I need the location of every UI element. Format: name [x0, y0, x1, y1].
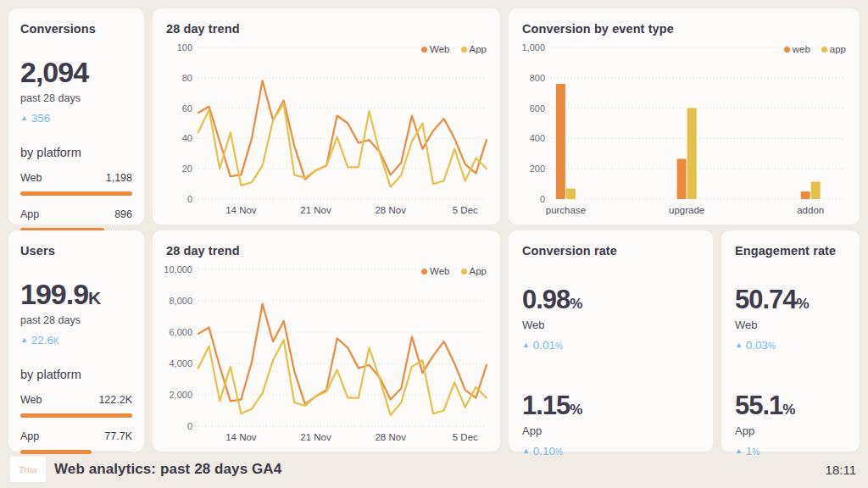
conversion-rate-web: 0.98% Web ▲ 0.01% [522, 286, 699, 352]
rate-delta: ▲ 0.01% [522, 339, 699, 352]
svg-text:200: 200 [530, 164, 545, 174]
conversion-rate-card: Conversion rate 0.98% Web ▲ 0.01% 1.15% … [509, 230, 713, 452]
event-type-bar-chart: 02004006008001,000purchaseupgradeaddon [517, 41, 851, 219]
svg-text:60: 60 [182, 103, 192, 114]
platform-bar-web [20, 191, 132, 196]
rate-label: Web [735, 319, 846, 331]
platform-row-app: App 77.7K [20, 430, 132, 442]
svg-text:0: 0 [187, 194, 192, 204]
users-total: 199.9K [20, 280, 132, 308]
rate-label: App [522, 424, 699, 437]
svg-text:0: 0 [540, 194, 545, 204]
platform-label: Web [20, 172, 42, 184]
svg-text:8,000: 8,000 [169, 296, 192, 306]
rate-label: App [735, 424, 846, 437]
svg-text:10,000: 10,000 [164, 264, 192, 274]
svg-text:4,000: 4,000 [169, 358, 192, 369]
platform-bar-web [20, 413, 132, 418]
period-label: past 28 days [20, 314, 132, 326]
increase-arrow-icon: ▲ [20, 114, 28, 122]
footer-bar: Triss Web analytics: past 28 days GA4 18… [0, 451, 868, 488]
users-trend-chart: 02,0004,0006,0008,00010,00014 Nov21 Nov2… [161, 263, 492, 446]
platform-value: 77.7K [104, 430, 132, 442]
conversions-trend-card: 28 day trend Web App 02040608010014 Nov2… [153, 8, 500, 225]
svg-text:800: 800 [530, 73, 545, 83]
conversions-trend-chart: 02040608010014 Nov21 Nov28 Nov5 Dec [161, 41, 492, 219]
svg-text:80: 80 [182, 73, 192, 83]
increase-arrow-icon: ▲ [735, 341, 743, 349]
platform-value: 122.2K [98, 394, 132, 406]
rate-value: 0.98% [522, 286, 699, 313]
conversion-by-event-type-card: Conversion by event type web app 0200400… [509, 8, 860, 225]
svg-text:0: 0 [187, 421, 192, 431]
svg-text:1,000: 1,000 [521, 42, 545, 53]
card-title: Conversions [20, 22, 132, 36]
rate-delta: ▲ 0.03% [735, 339, 846, 352]
svg-text:upgrade: upgrade [669, 205, 704, 215]
svg-text:purchase: purchase [546, 205, 586, 215]
card-title: Conversion by event type [522, 22, 846, 36]
clock-time: 18:11 [826, 463, 856, 477]
svg-text:14 Nov: 14 Nov [225, 432, 257, 442]
platform-value: 1,198 [106, 172, 132, 184]
engagement-rate-card: Engagement rate 50.74% Web ▲ 0.03% 55.1%… [721, 230, 860, 452]
users-trend-card: 28 day trend Web App 02,0004,0006,0008,0… [153, 230, 500, 452]
platform-row-web: Web 1,198 [20, 172, 132, 184]
conversion-rate-app: 1.15% App ▲ 0.10% [522, 392, 699, 458]
svg-text:2,000: 2,000 [169, 390, 192, 400]
card-title: Conversion rate [522, 244, 699, 258]
platform-row-app: App 896 [20, 208, 132, 220]
svg-text:600: 600 [530, 103, 545, 114]
platform-label: App [20, 208, 39, 220]
svg-text:40: 40 [182, 133, 192, 143]
svg-text:5 Dec: 5 Dec [453, 205, 478, 215]
svg-text:6,000: 6,000 [169, 327, 192, 337]
card-title: 28 day trend [166, 22, 487, 36]
platform-row-web: Web 122.2K [20, 394, 132, 406]
users-delta: ▲ 22.6K [20, 334, 132, 347]
card-title: Users [20, 244, 132, 258]
increase-arrow-icon: ▲ [522, 341, 530, 349]
by-platform-label: by platform [20, 146, 132, 159]
conversions-total: 2,094 [20, 58, 132, 86]
card-title: 28 day trend [166, 244, 487, 258]
svg-text:21 Nov: 21 Nov [300, 205, 331, 215]
engagement-rate-web: 50.74% Web ▲ 0.03% [735, 286, 846, 352]
svg-text:400: 400 [530, 133, 545, 143]
svg-text:100: 100 [177, 42, 192, 53]
platform-label: App [20, 430, 39, 442]
dashboard-title: Web analytics: past 28 days GA4 [54, 461, 281, 478]
platform-value: 896 [114, 208, 132, 220]
increase-arrow-icon: ▲ [20, 336, 28, 344]
engagement-rate-app: 55.1% App ▲ 1% [735, 392, 846, 458]
svg-text:5 Dec: 5 Dec [453, 432, 478, 442]
rate-value: 50.74% [735, 286, 846, 313]
by-platform-label: by platform [20, 368, 132, 381]
rate-value: 1.15% [522, 392, 699, 419]
conversions-delta: ▲ 356 [20, 112, 132, 125]
svg-text:28 Nov: 28 Nov [375, 205, 406, 215]
svg-text:14 Nov: 14 Nov [225, 205, 257, 215]
svg-text:20: 20 [182, 164, 192, 174]
rate-label: Web [522, 319, 699, 331]
triss-logo: Triss [10, 457, 46, 482]
period-label: past 28 days [20, 92, 132, 104]
svg-text:21 Nov: 21 Nov [300, 432, 331, 442]
card-title: Engagement rate [735, 244, 846, 258]
conversions-card: Conversions 2,094 past 28 days ▲ 356 by … [8, 8, 144, 225]
platform-label: Web [20, 394, 42, 406]
svg-text:addon: addon [797, 205, 824, 215]
rate-value: 55.1% [735, 392, 846, 419]
svg-text:28 Nov: 28 Nov [375, 432, 406, 442]
users-card: Users 199.9K past 28 days ▲ 22.6K by pla… [8, 230, 144, 452]
